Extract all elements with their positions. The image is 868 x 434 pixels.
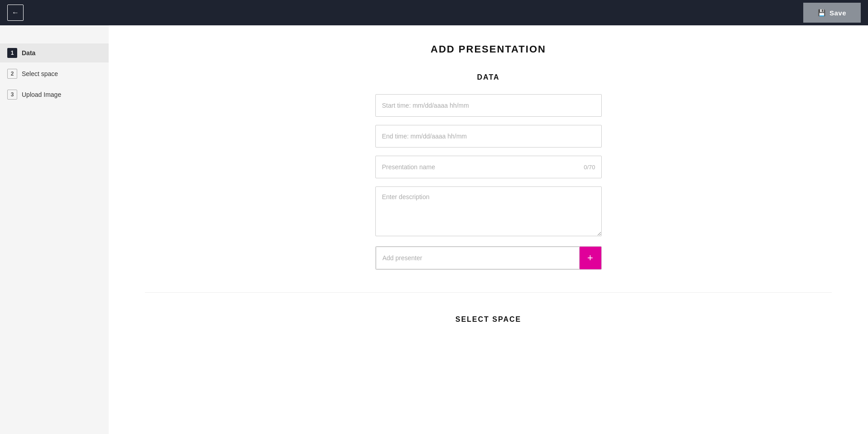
add-presenter-button[interactable]: + (580, 247, 601, 269)
add-presenter-input[interactable] (376, 247, 580, 269)
sidebar-item-label-data: Data (22, 49, 35, 57)
page-wrapper: 1 Data 2 Select space 3 Upload Image ADD… (0, 0, 868, 434)
start-time-input[interactable] (375, 94, 602, 117)
page-title: ADD PRESENTATION (145, 43, 832, 55)
add-presenter-field: + (375, 246, 602, 270)
end-time-field (375, 125, 602, 148)
form-section: 0/70 + (375, 94, 602, 270)
save-icon: 💾 (818, 9, 826, 16)
back-icon: ← (12, 9, 19, 17)
start-time-field (375, 94, 602, 117)
sidebar-item-select-space[interactable]: 2 Select space (0, 64, 109, 83)
sidebar-item-label-upload-image: Upload Image (22, 91, 61, 98)
data-section-title: DATA (145, 73, 832, 81)
presenter-wrapper: + (375, 246, 602, 270)
sidebar: 1 Data 2 Select space 3 Upload Image (0, 25, 109, 434)
description-field (375, 186, 602, 238)
description-textarea[interactable] (375, 186, 602, 236)
save-label: Save (830, 9, 846, 17)
char-count: 0/70 (584, 164, 595, 171)
presentation-name-field: 0/70 (375, 156, 602, 178)
step-number-1: 1 (7, 48, 17, 58)
select-space-section: SELECT SPACE (145, 292, 832, 324)
main-content: ADD PRESENTATION DATA 0/70 (109, 25, 868, 434)
sidebar-item-data[interactable]: 1 Data (0, 43, 109, 62)
sidebar-item-upload-image[interactable]: 3 Upload Image (0, 85, 109, 104)
sidebar-item-label-select-space: Select space (22, 70, 58, 77)
select-space-section-title: SELECT SPACE (145, 315, 832, 324)
step-number-3: 3 (7, 90, 17, 100)
presentation-name-input[interactable] (375, 156, 602, 178)
save-button[interactable]: 💾 Save (803, 3, 861, 23)
step-number-2: 2 (7, 69, 17, 79)
header: ← 💾 Save (0, 0, 868, 25)
end-time-input[interactable] (375, 125, 602, 148)
back-button[interactable]: ← (7, 5, 24, 21)
add-presenter-icon: + (587, 252, 593, 264)
